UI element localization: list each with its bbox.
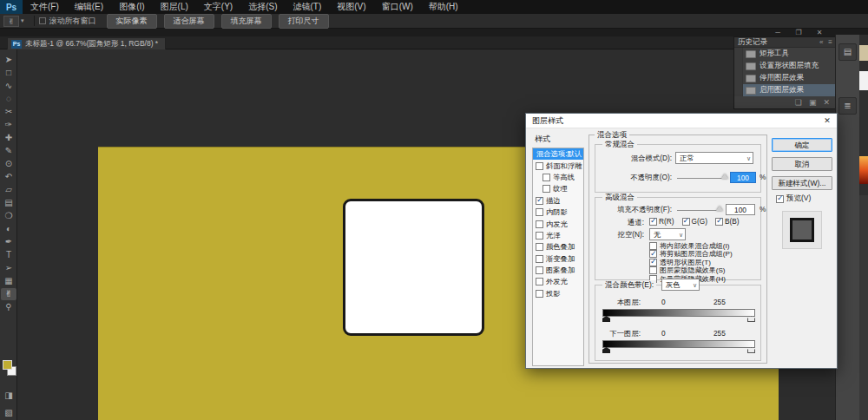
blend-mode-select[interactable]: 正常 ∨ (675, 152, 753, 164)
zoom-tool[interactable]: ⚲ (1, 301, 16, 313)
style-checkbox[interactable] (536, 208, 543, 216)
dialog-title-bar[interactable]: 图层样式 ✕ (526, 114, 837, 128)
move-tool[interactable]: ➤ (1, 54, 16, 66)
brush-tool[interactable]: ✎ (1, 145, 16, 157)
history-brush-tool[interactable]: ↶ (1, 171, 16, 183)
style-list-item[interactable]: 等高线 (533, 172, 583, 183)
channel-checkbox[interactable] (715, 218, 723, 226)
pen-tool[interactable]: ✒ (1, 236, 16, 248)
channel-checkbox[interactable] (649, 218, 657, 226)
style-checkbox[interactable] (542, 174, 550, 181)
menu-item[interactable]: 视图(V) (329, 0, 373, 14)
clone-stamp-tool[interactable]: ⊙ (1, 158, 16, 170)
panel-menu-icon[interactable]: ≡ (825, 38, 835, 46)
style-list-item[interactable]: 斜面和浮雕 (533, 160, 583, 171)
rounded-rectangle-shape[interactable] (343, 199, 484, 336)
options-bar-button[interactable]: 实际像素 (107, 14, 157, 29)
history-state-row[interactable]: 矩形工具 (734, 48, 835, 60)
this-layer-white-handle[interactable] (747, 316, 755, 322)
history-panel-dock-icon[interactable]: ▤ (838, 43, 857, 61)
menu-item[interactable]: 选择(S) (240, 0, 285, 14)
options-bar-button[interactable]: 打印尺寸 (279, 14, 329, 29)
document-tab[interactable]: Ps 未标题-1 @ 66.7%(圆角矩形 1, RGB/8) * (7, 37, 166, 49)
crop-tool[interactable]: ✂ (1, 106, 16, 118)
this-layer-black-handle[interactable] (602, 316, 610, 322)
history-state-row[interactable]: 设置形状图层填充 (734, 60, 835, 72)
history-source-well[interactable] (734, 48, 743, 60)
style-checkbox[interactable] (536, 197, 543, 205)
menu-item[interactable]: 图层(L) (153, 0, 196, 14)
tool-preset-caret-icon[interactable]: ▾ (21, 17, 24, 24)
history-source-well[interactable] (734, 60, 743, 72)
style-list-item[interactable]: 投影 (533, 288, 583, 299)
healing-brush-tool[interactable]: ✚ (1, 132, 16, 144)
menu-item[interactable]: 文件(F) (23, 0, 67, 14)
path-selection-tool[interactable]: ➢ (1, 262, 16, 274)
menu-item[interactable]: 窗口(W) (374, 0, 421, 14)
advanced-option-checkbox[interactable] (649, 266, 657, 274)
menu-item[interactable]: 帮助(H) (421, 0, 466, 14)
quick-selection-tool[interactable]: ◌ (1, 93, 16, 105)
cancel-button[interactable]: 取消 (772, 157, 832, 171)
marquee-tool[interactable]: □ (1, 67, 16, 79)
scroll-all-windows-checkbox[interactable] (39, 17, 46, 24)
dialog-close-icon[interactable]: ✕ (818, 116, 837, 125)
properties-panel-dock-icon[interactable]: ≣ (838, 97, 857, 115)
foreground-color-swatch[interactable] (3, 360, 12, 370)
options-bar-button[interactable]: 填充屏幕 (221, 14, 272, 29)
underlying-layer-white-handle[interactable] (747, 347, 755, 353)
channel-checkbox[interactable] (682, 218, 690, 226)
style-list-item[interactable]: 光泽 (533, 230, 583, 241)
style-list-item[interactable]: 外发光 (533, 276, 583, 287)
style-list-item[interactable]: 内发光 (533, 218, 583, 229)
style-checkbox[interactable] (536, 162, 543, 170)
history-state-row[interactable]: 停用图层效果 (734, 72, 835, 84)
style-list-item[interactable]: 描边 (533, 195, 583, 207)
style-list-item[interactable]: 渐变叠加 (533, 253, 583, 265)
type-tool[interactable]: T (1, 249, 16, 261)
options-bar-button[interactable]: 适合屏幕 (164, 14, 214, 29)
quick-mask-button[interactable]: ◨ (1, 390, 16, 402)
style-checkbox[interactable] (536, 243, 543, 251)
fill-opacity-slider[interactable] (677, 210, 720, 211)
eraser-tool[interactable]: ▱ (1, 184, 16, 196)
fill-opacity-slider-thumb[interactable] (716, 206, 723, 211)
eyedropper-tool[interactable]: ✑ (1, 119, 16, 131)
style-checkbox[interactable] (536, 255, 543, 263)
menu-item[interactable]: 编辑(E) (67, 0, 111, 14)
new-style-button[interactable]: 新建样式(W)... (772, 176, 832, 190)
advanced-option-checkbox[interactable] (649, 259, 657, 266)
dodge-tool[interactable]: ◐ (1, 223, 16, 235)
style-checkbox[interactable] (536, 278, 543, 285)
history-state-row[interactable]: 启用图层效果 (734, 84, 835, 96)
style-checkbox[interactable] (536, 220, 543, 228)
blend-if-select[interactable]: 灰色 ∨ (661, 279, 700, 291)
opacity-input[interactable]: 100 (730, 172, 756, 183)
shape-tool[interactable]: ▦ (1, 275, 16, 287)
gradient-tool[interactable]: ▤ (1, 197, 16, 209)
underlying-layer-gradient-bar[interactable] (602, 340, 755, 348)
style-checkbox[interactable] (536, 290, 543, 298)
opacity-slider[interactable] (677, 178, 726, 179)
opacity-slider-thumb[interactable] (721, 174, 728, 179)
hand-tool[interactable]: ✌ (1, 288, 16, 300)
menu-item[interactable]: 文字(Y) (196, 0, 240, 14)
knockout-select[interactable]: 无 ∨ (649, 228, 686, 240)
delete-state-icon[interactable]: ✕ (819, 98, 833, 107)
screen-mode-button[interactable]: ▧ (1, 407, 16, 419)
ok-button[interactable]: 确定 (772, 138, 832, 152)
underlying-layer-black-handle[interactable] (602, 347, 610, 353)
history-source-well[interactable] (734, 72, 743, 84)
style-checkbox[interactable] (536, 266, 543, 274)
preview-checkbox[interactable] (776, 195, 784, 203)
this-layer-gradient-bar[interactable] (602, 309, 755, 317)
menu-item[interactable]: 滤镜(T) (286, 0, 330, 14)
new-snapshot-icon[interactable]: ▣ (806, 98, 820, 107)
lasso-tool[interactable]: ∿ (1, 80, 16, 92)
style-list-item[interactable]: 图案叠加 (533, 265, 583, 276)
style-checkbox[interactable] (542, 185, 550, 193)
style-list-item[interactable]: 颜色叠加 (533, 241, 583, 253)
style-list-item[interactable]: 内阴影 (533, 207, 583, 218)
style-list-item[interactable]: 纹理 (533, 183, 583, 194)
menu-item[interactable]: 图像(I) (111, 0, 152, 14)
